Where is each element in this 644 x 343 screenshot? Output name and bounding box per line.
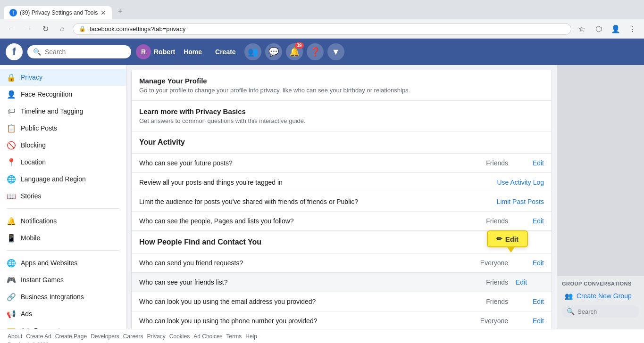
edit-future-posts-link[interactable]: Edit — [533, 159, 544, 167]
sidebar-item-label: Public Posts — [21, 124, 57, 132]
find-row-friend-requests: Who can send you friend requests? Everyo… — [132, 253, 552, 273]
footer-terms-link[interactable]: Terms — [226, 333, 242, 340]
sidebar-item-face-recognition[interactable]: 👤 Face Recognition — [0, 86, 126, 103]
mobile-icon: 📱 — [7, 233, 16, 243]
browser-nav: ← → ↻ ⌂ 🔒 facebook.com/settings?tab=priv… — [0, 19, 644, 39]
sidebar-item-notifications[interactable]: 🔔 Notifications — [0, 212, 126, 229]
row-question: Who can see your future posts? — [139, 159, 461, 167]
manage-profile-section: Manage Your Profile Go to your profile t… — [132, 70, 552, 101]
right-search-input[interactable] — [577, 308, 635, 315]
footer-ad-choices-link[interactable]: Ad Choices — [193, 333, 222, 340]
address-bar[interactable]: 🔒 facebook.com/settings?tab=privacy — [73, 23, 571, 35]
sidebar-item-location[interactable]: 📍 Location — [0, 154, 126, 171]
row-action: Edit — [516, 217, 544, 225]
help-icon: ❓ — [310, 47, 320, 57]
bookmark-button[interactable]: ☆ — [575, 22, 588, 35]
footer-privacy-link[interactable]: Privacy — [147, 333, 166, 340]
activity-row-follow: Who can see the people, Pages and lists … — [132, 212, 552, 231]
profile-button[interactable]: 👤 — [609, 22, 622, 35]
tab-close-button[interactable]: ✕ — [100, 9, 106, 16]
browser-chrome: f (39) Privacy Settings and Tools ✕ + ← … — [0, 0, 644, 39]
timeline-icon: 🏷 — [7, 106, 16, 116]
sidebar-item-label: Instant Games — [21, 276, 64, 284]
sidebar-item-stories[interactable]: 📖 Stories — [0, 188, 126, 204]
footer-create-page-link[interactable]: Create Page — [55, 333, 87, 340]
home-button[interactable]: ⌂ — [56, 22, 69, 35]
tooltip-edit-label: Edit — [505, 235, 519, 243]
new-tab-button[interactable]: + — [112, 4, 128, 19]
tab-title: (39) Privacy Settings and Tools — [20, 9, 98, 16]
edit-follow-link[interactable]: Edit — [533, 217, 544, 225]
sidebar-item-blocking[interactable]: 🚫 Blocking — [0, 137, 126, 154]
use-activity-log-link[interactable]: Use Activity Log — [497, 179, 544, 186]
sidebar-item-public-posts[interactable]: 📋 Public Posts — [0, 120, 126, 137]
footer-help-link[interactable]: Help — [245, 333, 257, 340]
sidebar-item-ads[interactable]: 📢 Ads — [0, 305, 126, 322]
help-icon-btn[interactable]: ❓ — [307, 43, 324, 60]
reload-button[interactable]: ↻ — [39, 22, 52, 35]
notifications-icon-btn[interactable]: 🔔 39 — [286, 43, 303, 60]
edit-phone-lookup-link[interactable]: Edit — [533, 317, 544, 325]
footer-create-ad-link[interactable]: Create Ad — [26, 333, 51, 340]
active-tab[interactable]: f (39) Privacy Settings and Tools ✕ — [4, 6, 112, 19]
row-question: Who can look you up using the phone numb… — [139, 317, 461, 325]
sidebar-item-ads-payments[interactable]: 💳 Ads Payments — [0, 322, 126, 329]
row-question: Who can see your friends list? — [139, 278, 461, 286]
row-action: Use Activity Log — [497, 179, 544, 186]
home-link[interactable]: Home — [179, 45, 207, 58]
learn-more-desc: Get answers to common questions with thi… — [139, 117, 544, 124]
row-action: Limit Past Posts — [497, 198, 544, 205]
tooltip-arrow — [507, 246, 515, 253]
user-profile-link[interactable]: R Robert — [136, 44, 175, 59]
sidebar-item-label: Location — [21, 158, 46, 166]
tooltip-pencil-icon: ✏ — [496, 235, 502, 243]
footer-cookies-link[interactable]: Cookies — [169, 333, 190, 340]
tab-favicon: f — [9, 9, 17, 16]
back-button[interactable]: ← — [5, 22, 18, 35]
edit-friend-requests-link[interactable]: Edit — [533, 259, 544, 267]
friends-icon-btn[interactable]: 👥 — [244, 43, 261, 60]
footer-careers-link[interactable]: Careers — [123, 333, 143, 340]
footer: About Create Ad Create Page Developers C… — [0, 329, 644, 343]
sidebar-item-instant-games[interactable]: 🎮 Instant Games — [0, 271, 126, 288]
forward-button[interactable]: → — [22, 22, 35, 35]
user-name: Robert — [154, 48, 175, 56]
edit-friends-list-link[interactable]: Edit — [516, 278, 544, 286]
messenger-icon-btn[interactable]: 💬 — [265, 43, 282, 60]
right-panel-search[interactable]: 🔍 — [562, 305, 639, 318]
account-icon-btn[interactable]: ▼ — [327, 43, 344, 60]
sidebar-item-label: Stories — [21, 192, 42, 200]
extensions-button[interactable]: ⬡ — [592, 22, 605, 35]
row-action: Edit — [516, 259, 544, 267]
row-value: Friends — [461, 278, 508, 286]
sidebar-item-business-integrations[interactable]: 🔗 Business Integrations — [0, 288, 126, 305]
notifications-sidebar-icon: 🔔 — [7, 216, 16, 226]
limit-past-posts-link[interactable]: Limit Past Posts — [497, 198, 544, 205]
learn-more-section: Learn more with Privacy Basics Get answe… — [132, 101, 552, 131]
search-input[interactable] — [45, 48, 125, 56]
content-wrapper: 🔒 Privacy 👤 Face Recognition 🏷 Timeline … — [0, 65, 644, 329]
footer-developers-link[interactable]: Developers — [91, 333, 119, 340]
create-link[interactable]: Create — [210, 45, 241, 58]
sidebar-item-privacy[interactable]: 🔒 Privacy — [0, 69, 126, 86]
edit-email-lookup-link[interactable]: Edit — [533, 298, 544, 305]
search-bar[interactable]: 🔍 — [27, 45, 131, 58]
sidebar-item-label: Timeline and Tagging — [21, 107, 83, 115]
right-panel: GROUP CONVERSATIONS 👥 Create New Group 🔍 — [557, 65, 644, 329]
create-new-group-button[interactable]: 👥 Create New Group — [562, 289, 639, 302]
messenger-icon: 💬 — [268, 47, 279, 57]
activity-row-future-posts: Who can see your future posts? Friends E… — [132, 154, 552, 173]
facebook-logo[interactable]: f — [6, 43, 23, 60]
sidebar-item-label: Language and Region — [21, 175, 86, 183]
sidebar-item-apps-websites[interactable]: 🌐 Apps and Websites — [0, 254, 126, 271]
friends-icon: 👥 — [248, 47, 258, 57]
sidebar-item-language-region[interactable]: 🌐 Language and Region — [0, 171, 126, 188]
row-value: Everyone — [461, 259, 508, 267]
browser-tabs: f (39) Privacy Settings and Tools ✕ + — [0, 0, 644, 19]
sidebar-item-mobile[interactable]: 📱 Mobile — [0, 229, 126, 246]
manage-profile-desc: Go to your profile to change your profil… — [139, 87, 544, 94]
menu-button[interactable]: ⋮ — [626, 22, 639, 35]
sidebar-item-timeline-tagging[interactable]: 🏷 Timeline and Tagging — [0, 103, 126, 120]
row-value: Everyone — [461, 317, 508, 325]
footer-about-link[interactable]: About — [8, 333, 22, 340]
